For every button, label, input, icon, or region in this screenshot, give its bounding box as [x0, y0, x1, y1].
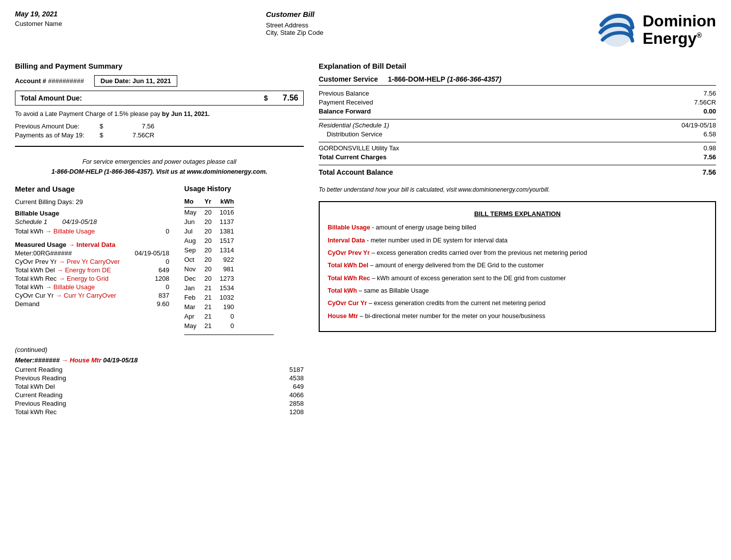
prev-amount-label: Previous Amount Due:: [15, 122, 95, 130]
cs-header: Customer Service 1-866-DOM-HELP (1-866-3…: [319, 75, 716, 86]
bill-detail-section: Explanation of Bill Detail Customer Serv…: [319, 62, 716, 176]
prev-payments: Previous Amount Due: $ 7.56 Payments as …: [15, 122, 304, 139]
continued-row: Current Reading4066: [15, 391, 304, 399]
dominion-logo-icon: [597, 10, 636, 50]
usage-divider: [184, 335, 274, 335]
measured-usage-title: Measured Usage → Interval Data: [15, 241, 169, 248]
usage-history: Usage History Mo Yr kWh May201016Jun2011…: [184, 185, 274, 338]
total-due-box: Total Amount Due: $ 7.56: [15, 91, 304, 106]
meter-sub-title: Meter:####### → House Mtr 04/19-05/18: [15, 356, 304, 364]
meter-usage: Meter and Usage Current Billing Days: 29…: [15, 185, 169, 330]
summary-divider: [15, 146, 304, 147]
billing-days: Current Billing Days: 29: [15, 198, 169, 206]
continued-row: Previous Reading2858: [15, 400, 304, 407]
terms-box: BILL TERMS EXPLANATION Billable Usage - …: [319, 201, 716, 332]
city-state-zip: City, State Zip Code: [266, 29, 405, 36]
prev-balance-row: Previous Balance 7.56: [319, 90, 716, 97]
col-mo: Mo: [184, 197, 205, 208]
terms-item: Interval Data - meter number used in DE …: [328, 236, 707, 245]
continued-row: Total kWh Del649: [15, 383, 304, 390]
col-kwh: kWh: [220, 197, 234, 208]
billing-summary-section: Billing and Payment Summary Account # ##…: [15, 62, 304, 147]
total-due-label: Total Amount Due:: [20, 94, 264, 102]
dominion-logo: Dominion Energy®: [597, 10, 716, 50]
billable-usage-title: Billable Usage: [15, 210, 169, 217]
late-notice: To avoid a Late Payment Charge of 1.5% p…: [15, 111, 304, 117]
emergency-notice: For service emergencies and power outage…: [15, 157, 304, 177]
usage-history-row: Apr210: [184, 312, 234, 321]
bu-val: 0: [166, 227, 169, 235]
main-content: Billing and Payment Summary Account # ##…: [15, 62, 716, 417]
terms-item: CyOvr Cur Yr – excess generation credits…: [328, 299, 707, 308]
terms-item: CyOvr Prev Yr – excess generation credit…: [328, 248, 707, 258]
page-header: May 19, 2021 Customer Name Customer Bill…: [15, 10, 716, 50]
total-current-row: Total Current Charges 7.56: [319, 153, 716, 161]
utility-tax-row: GORDONSVILLE Utility Tax 0.98: [319, 144, 716, 152]
utility-tax-section: GORDONSVILLE Utility Tax 0.98 Total Curr…: [319, 144, 716, 161]
usage-history-row: Nov20981: [184, 264, 234, 274]
usage-history-row: May201016: [184, 208, 234, 218]
usage-history-row: Oct20922: [184, 255, 234, 264]
street-address: Street Address: [266, 21, 405, 29]
prev-amount-row: Previous Amount Due: $ 7.56: [15, 122, 304, 130]
bill-date: May 19, 2021: [15, 10, 154, 18]
residential-row: Residential (Schedule 1) 04/19-05/18: [319, 121, 716, 129]
usage-history-row: Jan211534: [184, 283, 234, 293]
terms-items: Billable Usage - amount of energy usage …: [328, 223, 707, 321]
header-right: Dominion Energy®: [517, 10, 716, 50]
payments-row: Payments as of May 19: $ 7.56CR: [15, 131, 304, 139]
cs-phone: 1-866-DOM-HELP (1-866-366-4357): [388, 75, 501, 83]
total-due-amount: 7.56: [283, 94, 298, 103]
left-column: Billing and Payment Summary Account # ##…: [15, 62, 304, 417]
account-number: ##########: [48, 77, 84, 85]
meter-num-row: Meter:00RG###### 04/19-05/18: [15, 249, 169, 257]
usage-history-row: Feb211032: [184, 293, 234, 302]
usage-history-row: Jul201381: [184, 226, 234, 236]
meter-usage-title: Meter and Usage: [15, 185, 169, 193]
due-date-box: Due Date: Jun 11, 2021: [94, 75, 178, 87]
usage-history-row: Mar21190: [184, 302, 234, 312]
terms-item: House Mtr – bi-directional meter number …: [328, 312, 707, 321]
bu-total-row: Total kWh → Billable Usage 0: [15, 227, 169, 235]
dist-service-row: Distribution Service 6.58: [319, 130, 716, 138]
balance-forward-row: Balance Forward 0.00: [319, 108, 716, 115]
terms-item: Total kWh – same as Billable Usage: [328, 286, 707, 296]
total-del-row: Total kWh Del → Energy from DE 649: [15, 266, 169, 274]
company-name-line1: Dominion: [642, 12, 716, 30]
usage-history-row: Jun201137: [184, 217, 234, 226]
bd-divider2: [319, 142, 716, 142]
header-center: Customer Bill Street Address City, State…: [266, 10, 405, 36]
continued-rows: Current Reading5187Previous Reading4538T…: [15, 366, 304, 416]
total-kwh-row: Total kWh → Billable Usage 0: [15, 283, 169, 291]
total-account-section: Total Account Balance 7.56: [319, 165, 716, 176]
continued-row: Total kWh Rec1208: [15, 408, 304, 416]
total-account-row: Total Account Balance 7.56: [319, 168, 716, 176]
payment-recv-row: Payment Received 7.56CR: [319, 99, 716, 106]
col-yr: Yr: [205, 197, 220, 208]
usage-history-title: Usage History: [184, 185, 274, 193]
continued-label: (continued): [15, 346, 304, 353]
bill-detail-title: Explanation of Bill Detail: [319, 62, 716, 70]
prev-balance-section: Previous Balance 7.56 Payment Received 7…: [319, 90, 716, 115]
usage-history-table: Mo Yr kWh May201016Jun201137Jul201381Aug…: [184, 197, 234, 331]
continued-row: Previous Reading4538: [15, 374, 304, 382]
account-row: Account # ########## Due Date: Jun 11, 2…: [15, 75, 304, 87]
usage-history-row: Aug201517: [184, 236, 234, 245]
meter-usage-section: Meter and Usage Current Billing Days: 29…: [15, 185, 304, 338]
customer-name: Customer Name: [15, 20, 154, 27]
billable-usage-block: Billable Usage Schedule 1 04/19-05/18 To…: [15, 210, 169, 235]
cyovr-prev-row: CyOvr Prev Yr → Prev Yr CarryOver 0: [15, 258, 169, 265]
total-rec-row: Total kWh Rec → Energy to Grid 1208: [15, 275, 169, 282]
terms-title: BILL TERMS EXPLANATION: [328, 209, 707, 219]
terms-item: Total kWh Del – amount of energy deliver…: [328, 261, 707, 270]
terms-item: Total kWh Rec – kWh amount of excess gen…: [328, 274, 707, 283]
usage-history-row: Sep201314: [184, 245, 234, 255]
prev-amount-val: 7.56: [115, 122, 154, 130]
usage-history-row: Dec201273: [184, 274, 234, 283]
continued-section: (continued) Meter:####### → House Mtr 04…: [15, 346, 304, 416]
header-left: May 19, 2021 Customer Name: [15, 10, 154, 27]
total-due-dollar: $: [264, 94, 268, 102]
company-name-block: Dominion Energy®: [642, 12, 716, 47]
usage-history-header: Mo Yr kWh: [184, 197, 234, 208]
billing-summary-title: Billing and Payment Summary: [15, 62, 304, 70]
